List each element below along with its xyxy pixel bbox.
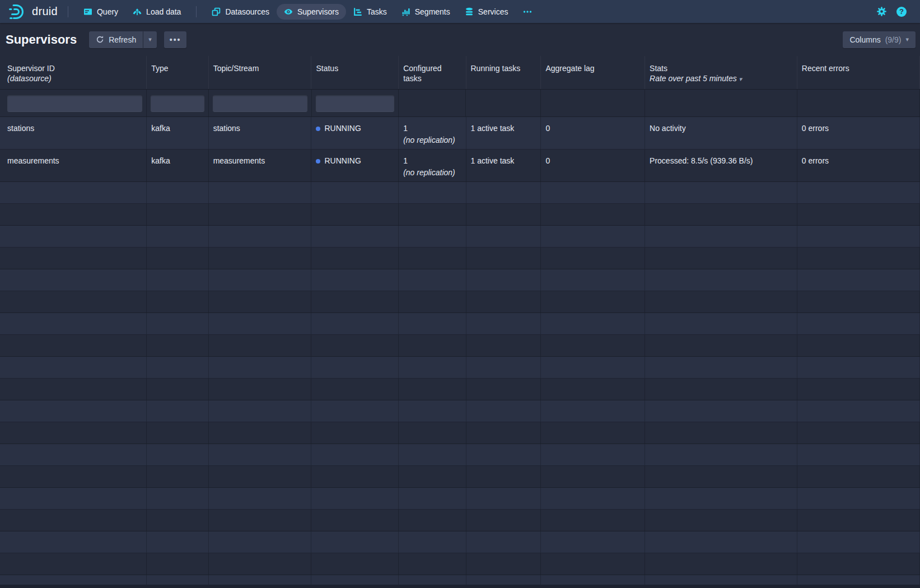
column-header-recent-errors[interactable]: Recent errors xyxy=(797,56,920,89)
empty-cell xyxy=(797,379,920,400)
druid-brand[interactable]: druid xyxy=(8,3,58,20)
chevron-down-icon: ▾ xyxy=(905,36,909,43)
empty-cell xyxy=(645,379,797,400)
nav-item-datasources[interactable]: Datasources xyxy=(204,4,277,20)
cell-status[interactable]: RUNNING xyxy=(311,117,399,149)
empty-cell xyxy=(147,269,208,291)
cell-supervisor-id[interactable]: measurements xyxy=(0,150,147,181)
empty-cell xyxy=(399,400,466,422)
column-header-stats[interactable]: Stats Rate over past 5 minutes ▾ xyxy=(645,56,797,89)
empty-cell xyxy=(797,466,920,487)
column-subheader: (datasource) xyxy=(7,73,142,83)
column-header-topic-stream[interactable]: Topic/Stream xyxy=(209,56,312,89)
table-row-measurements: measurements kafka measurements RUNNING … xyxy=(0,150,920,182)
supervisors-table: Supervisor ID (datasource) Type Topic/St… xyxy=(0,56,920,588)
empty-cell xyxy=(147,510,208,531)
filter-supervisor-id-input[interactable] xyxy=(7,95,142,112)
nav-more-button[interactable] xyxy=(515,4,540,20)
cell-status[interactable]: RUNNING xyxy=(311,150,399,181)
cell-recent-errors[interactable]: 0 errors xyxy=(797,150,920,181)
gear-icon[interactable] xyxy=(876,6,887,17)
column-header-type[interactable]: Type xyxy=(147,56,208,89)
column-header-configured-tasks[interactable]: Configured tasks xyxy=(399,56,466,89)
column-header-supervisor-id[interactable]: Supervisor ID (datasource) xyxy=(0,56,147,89)
status-dot-icon xyxy=(316,159,320,164)
empty-cell xyxy=(466,291,541,312)
filter-row xyxy=(0,90,920,117)
empty-cell xyxy=(797,248,920,269)
empty-cell xyxy=(541,510,645,531)
empty-cell xyxy=(797,357,920,378)
empty-cell xyxy=(466,357,541,378)
empty-cell xyxy=(0,444,147,465)
empty-cell xyxy=(0,510,147,531)
refresh-button[interactable]: Refresh xyxy=(89,31,143,48)
filter-cell xyxy=(797,90,920,116)
cell-running-tasks[interactable]: 1 active task xyxy=(466,150,541,181)
empty-cell xyxy=(0,466,147,487)
empty-cell xyxy=(0,226,147,247)
empty-cell xyxy=(311,488,399,509)
cell-topic-stream[interactable]: stations xyxy=(209,117,312,149)
brand-text: druid xyxy=(32,5,58,18)
empty-cell xyxy=(399,553,466,575)
filter-status-input[interactable] xyxy=(316,95,395,112)
nav-item-tasks[interactable]: Tasks xyxy=(346,4,394,20)
empty-row xyxy=(0,488,920,510)
refresh-icon xyxy=(96,35,104,44)
help-icon[interactable]: ? xyxy=(896,7,907,17)
empty-cell xyxy=(147,204,208,225)
cell-configured-tasks[interactable]: 1 (no replication) xyxy=(399,150,466,181)
filter-cell xyxy=(399,90,466,116)
status-text: RUNNING xyxy=(324,124,361,133)
columns-count: (9/9) xyxy=(885,35,902,44)
nav-item-load-data[interactable]: Load data xyxy=(125,4,188,20)
empty-row xyxy=(0,466,920,488)
cell-type[interactable]: kafka xyxy=(147,150,208,181)
empty-cell xyxy=(311,291,399,312)
cell-running-tasks[interactable]: 1 active task xyxy=(466,117,541,149)
filter-type-input[interactable] xyxy=(151,95,204,112)
cell-configured-tasks[interactable]: 1 (no replication) xyxy=(399,117,466,149)
cell-type[interactable]: kafka xyxy=(147,117,208,149)
empty-cell xyxy=(541,466,645,487)
empty-cell xyxy=(0,291,147,312)
empty-cell xyxy=(645,269,797,291)
cell-recent-errors[interactable]: 0 errors xyxy=(797,117,920,149)
filter-cell xyxy=(209,90,312,116)
empty-cell xyxy=(466,466,541,487)
column-header-running-tasks[interactable]: Running tasks xyxy=(466,56,541,89)
empty-cell xyxy=(645,400,797,422)
more-actions-button[interactable]: ••• xyxy=(164,31,187,48)
nav-item-supervisors[interactable]: Supervisors xyxy=(277,4,346,20)
column-header-aggregate-lag[interactable]: Aggregate lag xyxy=(541,56,645,89)
empty-cell xyxy=(797,531,920,553)
empty-cell xyxy=(541,182,645,203)
empty-cell xyxy=(311,357,399,378)
cell-stats[interactable]: No activity xyxy=(645,117,797,149)
cell-aggregate-lag[interactable]: 0 xyxy=(541,150,645,181)
nav-item-query[interactable]: Query xyxy=(76,4,125,20)
empty-cell xyxy=(645,553,797,575)
columns-button[interactable]: Columns (9/9) ▾ xyxy=(843,31,916,48)
empty-cell xyxy=(466,510,541,531)
empty-cell xyxy=(399,335,466,356)
empty-cell xyxy=(147,226,208,247)
cell-aggregate-lag[interactable]: 0 xyxy=(541,117,645,149)
empty-cell xyxy=(645,204,797,225)
empty-cell xyxy=(797,422,920,444)
column-header-status[interactable]: Status xyxy=(311,56,399,89)
empty-cell xyxy=(797,182,920,203)
empty-cell xyxy=(147,422,208,444)
nav-item-segments[interactable]: Segments xyxy=(394,4,457,20)
refresh-caret-button[interactable]: ▾ xyxy=(143,31,157,48)
cell-stats[interactable]: Processed: 8.5/s (939.36 B/s) xyxy=(645,150,797,181)
nav-item-services[interactable]: Services xyxy=(457,4,516,20)
cell-supervisor-id[interactable]: stations xyxy=(0,117,147,149)
empty-cell xyxy=(209,488,312,509)
stats-rate-selector[interactable]: Rate over past 5 minutes ▾ xyxy=(650,73,792,83)
filter-topic-stream-input[interactable] xyxy=(213,95,307,112)
cell-topic-stream[interactable]: measurements xyxy=(209,150,312,181)
filter-cell xyxy=(147,90,208,116)
upload-arrow-icon xyxy=(133,7,142,16)
